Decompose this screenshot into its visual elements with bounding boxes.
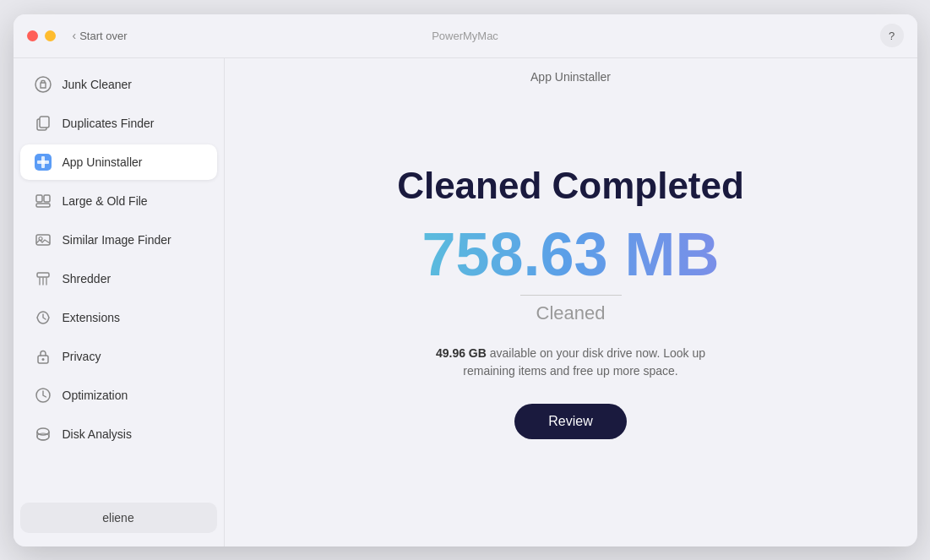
sidebar-item-shredder[interactable]: Shredder [20, 261, 217, 296]
app-uninstaller-icon [34, 153, 52, 171]
start-over-label: Start over [79, 30, 127, 42]
sidebar: Junk Cleaner Duplicates Finder [14, 58, 225, 546]
sidebar-item-extensions[interactable]: Extensions [20, 300, 217, 335]
help-button[interactable]: ? [880, 24, 904, 47]
content-area: Junk Cleaner Duplicates Finder [14, 58, 917, 546]
sidebar-item-large-old-file[interactable]: Large & Old File [20, 183, 217, 219]
sidebar-item-privacy[interactable]: Privacy [20, 339, 217, 374]
sidebar-item-disk-analysis[interactable]: Disk Analysis [20, 416, 217, 452]
disk-analysis-icon [34, 425, 52, 443]
close-button[interactable] [27, 30, 38, 41]
junk-cleaner-label: Junk Cleaner [63, 78, 133, 91]
large-old-file-icon [34, 192, 52, 210]
disk-analysis-label: Disk Analysis [63, 427, 132, 441]
sidebar-item-junk-cleaner[interactable]: Junk Cleaner [20, 67, 217, 102]
app-uninstaller-label: App Uninstaller [63, 155, 143, 169]
disk-info: 49.96 GB available on your disk drive no… [436, 345, 706, 380]
sidebar-item-optimization[interactable]: Optimization [20, 378, 217, 413]
optimization-icon [34, 386, 52, 405]
shredder-label: Shredder [63, 272, 111, 285]
svg-point-13 [41, 358, 44, 361]
sidebar-item-similar-image[interactable]: Similar Image Finder [20, 222, 217, 258]
user-label: eliene [102, 511, 133, 525]
similar-image-icon [34, 231, 52, 249]
user-profile[interactable]: eliene [20, 503, 217, 533]
size-value: 758.63 MB [421, 224, 719, 285]
similar-image-label: Similar Image Finder [63, 233, 171, 247]
svg-point-16 [37, 433, 49, 440]
shredder-icon [34, 269, 52, 288]
privacy-icon [34, 347, 52, 366]
sidebar-spacer [14, 454, 224, 496]
traffic-lights [27, 30, 56, 41]
panel-title: App Uninstaller [530, 70, 611, 84]
start-over-button[interactable]: ‹ Start over [73, 29, 128, 42]
main-panel: App Uninstaller Cleaned Completed 758.63… [225, 58, 917, 546]
svg-rect-11 [37, 273, 49, 277]
titlebar: ‹ Start over PowerMyMac ? [14, 14, 917, 58]
cleaned-heading: Cleaned Completed [397, 165, 744, 207]
svg-rect-7 [36, 204, 50, 207]
svg-rect-6 [36, 195, 42, 202]
divider [520, 295, 622, 296]
large-old-file-label: Large & Old File [63, 194, 148, 208]
duplicates-finder-label: Duplicates Finder [63, 117, 155, 130]
cleaned-label: Cleaned [536, 302, 606, 324]
svg-rect-2 [40, 117, 49, 128]
review-button[interactable]: Review [514, 404, 626, 439]
duplicates-finder-icon [34, 114, 52, 133]
svg-rect-9 [36, 235, 50, 245]
help-icon: ? [889, 30, 895, 42]
sidebar-item-app-uninstaller[interactable]: App Uninstaller [20, 144, 217, 180]
disk-info-bold: 49.96 GB [436, 346, 487, 360]
svg-point-0 [35, 77, 51, 92]
panel-title-bar: App Uninstaller [225, 58, 917, 95]
privacy-label: Privacy [63, 350, 101, 363]
chevron-left-icon: ‹ [73, 29, 77, 42]
svg-rect-8 [44, 195, 50, 202]
optimization-label: Optimization [63, 389, 128, 402]
svg-rect-5 [41, 156, 45, 168]
junk-cleaner-icon [34, 75, 52, 94]
extensions-label: Extensions [63, 311, 120, 324]
app-window: ‹ Start over PowerMyMac ? Junk Cleaner [14, 14, 917, 546]
extensions-icon [34, 308, 52, 327]
disk-info-text: available on your disk drive now. Look u… [463, 346, 705, 378]
app-title: PowerMyMac [432, 30, 498, 42]
minimize-button[interactable] [45, 30, 56, 41]
sidebar-item-duplicates-finder[interactable]: Duplicates Finder [20, 106, 217, 141]
